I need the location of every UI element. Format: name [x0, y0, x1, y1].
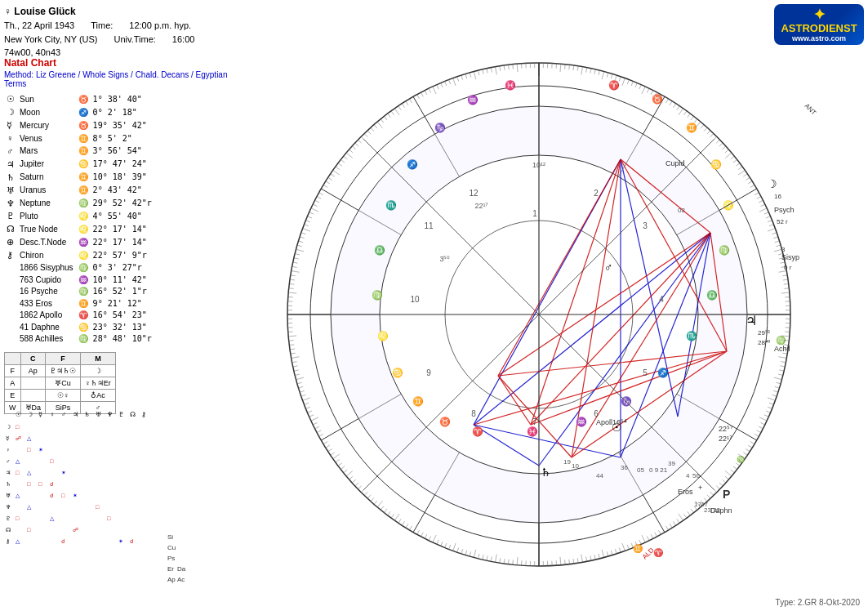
modality-label-a: A [5, 377, 21, 389]
time-label: Time: [91, 19, 113, 33]
svg-text:4: 4 [686, 472, 690, 479]
svg-text:♐: ♐ [657, 367, 669, 378]
planet-symbol [4, 310, 17, 322]
svg-text:□: □ [38, 481, 42, 487]
planet-symbol: ☿ [4, 119, 17, 132]
header: ♀ Louise Glück Th., 22 April 1943 Time: … [4, 4, 194, 60]
svg-text:△: △ [27, 504, 32, 510]
svg-text:22⁵⁷: 22⁵⁷ [719, 425, 733, 433]
svg-text:♅: ♅ [6, 493, 11, 498]
svg-text:☽: ☽ [767, 177, 777, 190]
svg-text:✶: ✶ [118, 538, 123, 544]
svg-text:2: 2 [594, 189, 599, 198]
planet-row: 588 Achilles ♍ 28° 48' 10"r [4, 333, 154, 346]
svg-text:8: 8 [471, 409, 476, 418]
svg-text:0 9 21: 0 9 21 [649, 466, 668, 474]
svg-text:7: 7 [532, 417, 537, 426]
svg-text:♂: ♂ [61, 411, 66, 418]
planet-row: 16 Psyche ♍ 16° 52' 1"r [4, 286, 154, 298]
planet-sign: ♐ [76, 106, 91, 119]
svg-text:44: 44 [596, 472, 603, 479]
svg-text:Sisyp: Sisyp [781, 253, 799, 261]
planet-symbol: ♄ [4, 172, 17, 185]
planet-degree: 10° 18' 39" [91, 172, 154, 185]
svg-text:22¹⁷: 22¹⁷ [474, 202, 488, 210]
svg-text:♄: ♄ [541, 466, 551, 479]
svg-text:♋: ♋ [710, 158, 722, 170]
svg-text:♉: ♉ [439, 416, 451, 427]
planet-degree: 16° 54' 23" [91, 310, 154, 322]
planet-name: 1862 Apollo [17, 310, 76, 322]
svg-text:+: + [698, 484, 702, 492]
modality-row-e: E ☉♀ ♁Ac [5, 389, 116, 401]
svg-text:♊: ♊ [412, 395, 424, 407]
planet-row: ♂ Mars ♊ 3° 56' 54" [4, 145, 154, 158]
planet-degree: 8° 5' 2" [91, 132, 154, 145]
planet-row: 763 Cupido ♒ 10° 11' 42" [4, 274, 154, 287]
modality-header-c: C [20, 352, 46, 364]
svg-text:☌: ☌ [50, 481, 54, 487]
planet-sign: ♉ [76, 119, 91, 132]
svg-text:□: □ [16, 424, 20, 430]
planet-sign: ♊ [76, 145, 91, 158]
svg-text:Ps: Ps [167, 555, 175, 562]
planet-sign: ♌ [76, 223, 91, 236]
modality-f-c: Ap [20, 364, 46, 377]
planet-symbol [4, 333, 17, 346]
svg-text:♋: ♋ [392, 367, 403, 378]
planet-symbol [4, 262, 17, 274]
svg-text:☌: ☌ [130, 538, 134, 544]
svg-text:□: □ [27, 447, 31, 453]
svg-text:Cu: Cu [167, 544, 176, 551]
planet-degree: 1° 38' 40" [91, 93, 154, 106]
aspect-grid-svg: ☉ ☽ ☿ ♀ ♂ ♃ ♄ ♅ ♆ ♇ ☊ ⚷ □ ☍ △ □ ✶ [4, 400, 233, 600]
svg-text:♄: ♄ [6, 481, 11, 487]
modality-e-c [20, 389, 46, 401]
birth-location: New York City, NY (US) [4, 33, 98, 47]
planet-name: 1866 Sisyphus [17, 262, 76, 274]
planet-row: 433 Eros ♊ 9° 21' 12" [4, 298, 154, 310]
planet-degree: 9° 21' 12" [91, 298, 154, 310]
planet-degree: 28° 48' 10"r [91, 333, 154, 346]
svg-text:△: △ [16, 493, 20, 498]
svg-text:Da: Da [177, 565, 186, 573]
svg-text:☌: ☌ [50, 493, 54, 498]
planet-name: Venus [17, 132, 76, 145]
planet-name: Moon [17, 106, 76, 119]
svg-text:☉: ☉ [16, 411, 21, 418]
svg-text:□: □ [16, 470, 20, 475]
modality-label-f: F [5, 364, 21, 377]
svg-text:1: 1 [532, 209, 537, 218]
svg-text:ANT: ANT [803, 102, 818, 117]
svg-text:Psych: Psych [774, 206, 795, 214]
svg-text:☊: ☊ [130, 411, 136, 418]
planet-symbol: ♅ [4, 185, 17, 198]
svg-text:♊: ♊ [633, 543, 643, 554]
planet-row: ☿ Mercury ♉ 19° 35' 42" [4, 119, 154, 132]
planet-row: ♆ Neptune ♍ 29° 52' 42"r [4, 198, 154, 211]
svg-text:05: 05 [637, 466, 644, 474]
svg-text:☽: ☽ [6, 424, 11, 430]
svg-text:23 32: 23 32 [704, 506, 721, 514]
modality-label-e: E [5, 389, 21, 401]
svg-text:10: 10 [410, 295, 420, 304]
svg-text:3: 3 [781, 246, 786, 253]
svg-text:✶: ✶ [73, 493, 78, 498]
svg-text:☽: ☽ [27, 411, 33, 418]
svg-text:△: △ [50, 515, 55, 521]
svg-text:♆: ♆ [6, 504, 11, 510]
planet-degree: 22° 57' 9"r [91, 249, 154, 262]
svg-text:0 r: 0 r [784, 264, 792, 271]
planet-row: ♇ Pluto ♌ 4° 55' 40" [4, 210, 154, 223]
planet-sign: ♍ [76, 198, 91, 211]
planet-symbol: ♀ [4, 132, 17, 145]
modality-e-f: ☉♀ [46, 389, 81, 401]
svg-text:♇: ♇ [118, 411, 124, 418]
svg-text:6: 6 [594, 409, 599, 418]
planet-name: Uranus [17, 185, 76, 198]
planet-sign: ♒ [76, 236, 91, 249]
aspect-grid-section: ☉ ☽ ☿ ♀ ♂ ♃ ♄ ♅ ♆ ♇ ☊ ⚷ □ ☍ △ □ ✶ [4, 400, 241, 602]
svg-text:3: 3 [643, 221, 648, 230]
modality-e-m: ♁Ac [81, 389, 116, 401]
svg-text:□: □ [50, 458, 54, 464]
